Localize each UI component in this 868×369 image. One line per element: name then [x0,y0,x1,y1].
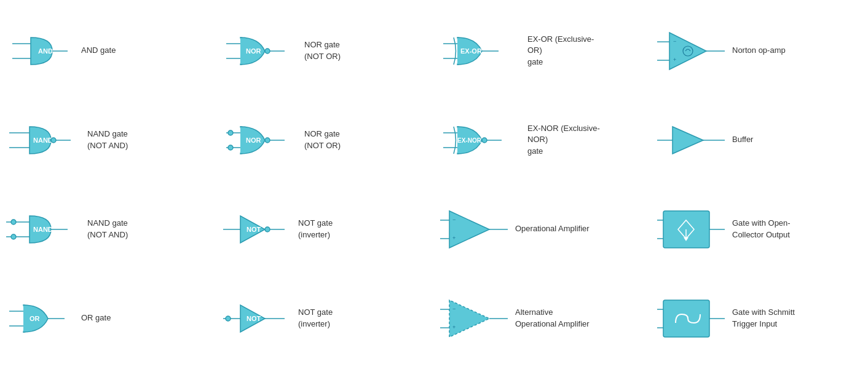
svg-text:NAND: NAND [33,137,53,144]
cell-not-gate-2: NOT NOT gate(inverter) [217,274,434,363]
svg-point-40 [11,220,16,224]
svg-text:NOT: NOT [247,226,261,233]
opamp-symbol: − + [440,208,508,251]
not-gate-2-label: NOT gate(inverter) [298,307,333,329]
cell-or-gate: OR OR gate [0,274,217,363]
svg-text:+: + [452,235,456,241]
not-gate-1-symbol: NOT [223,211,291,248]
nand-gate-1-symbol: NAND [6,122,80,159]
svg-point-68 [226,316,231,321]
cell-alt-opamp: − + AlternativeOperational Amplifier [434,274,651,363]
norton-opamp-symbol: − + [657,30,725,73]
cell-ex-nor-gate: EX-NOR EX-NOR (Exclusive-NOR)gate [434,95,651,184]
not-gate-1-label: NOT gate(inverter) [298,218,333,240]
cell-opamp: − + Operational Amplifier [434,184,651,274]
and-gate-label: AND gate [81,45,116,56]
cell-buffer: Buffer [651,95,868,184]
svg-point-24 [228,130,233,135]
ex-nor-gate-symbol: EX-NOR [440,122,520,159]
svg-point-7 [265,49,270,54]
opamp-label: Operational Amplifier [515,223,590,234]
svg-point-31 [265,138,270,143]
ex-nor-gate-label: EX-NOR (Exclusive-NOR)gate [527,123,607,157]
svg-text:NAND: NAND [33,226,53,233]
svg-text:−: − [452,216,456,223]
svg-text:AND: AND [38,47,53,55]
schmitt-symbol [657,297,725,340]
open-collector-symbol [657,208,725,251]
main-grid: AND AND gate NOR NOR gate(NOT OR) [0,0,868,369]
svg-text:+: + [452,324,456,330]
svg-text:−: − [452,306,456,312]
svg-point-43 [11,234,16,239]
and-gate-symbol: AND [6,33,74,69]
nor-gate-1-label: NOR gate(NOT OR) [304,39,341,62]
cell-nand-gate-1: NAND NAND gate(NOT AND) [0,95,217,184]
svg-point-36 [482,138,487,143]
cell-nor-gate-1: NOR NOR gate(NOT OR) [217,6,434,95]
svg-text:EX-OR: EX-OR [460,47,482,55]
or-gate-label: OR gate [81,312,111,323]
svg-rect-78 [663,300,709,337]
not-gate-2-symbol: NOT [223,300,291,337]
nor-gate-2-symbol: NOR [223,122,297,159]
alt-opamp-symbol: − + [440,297,508,340]
nand-gate-1-label: NAND gate(NOT AND) [87,129,128,151]
buffer-symbol [657,122,725,159]
svg-text:EX-NOR: EX-NOR [457,137,482,144]
cell-nand-gate-2: NAND NAND gate(NOT AND) [0,184,217,274]
svg-text:−: − [673,38,676,44]
svg-point-27 [228,145,233,150]
alt-opamp-label: AlternativeOperational Amplifier [515,307,590,329]
nor-gate-2-label: NOR gate(NOT OR) [304,129,341,151]
ex-or-gate-label: EX-OR (Exclusive-OR)gate [527,34,607,68]
svg-point-50 [265,227,270,232]
open-collector-label: Gate with Open-Collector Output [732,218,791,240]
svg-text:NOR: NOR [246,47,261,55]
cell-nor-gate-2: NOR NOR gate(NOT OR) [217,95,434,184]
svg-text:NOT: NOT [247,315,261,322]
norton-opamp-label: Norton op-amp [732,45,786,56]
cell-and-gate: AND AND gate [0,6,217,95]
nand-gate-2-label: NAND gate(NOT AND) [87,218,128,240]
cell-schmitt: Gate with SchmittTrigger Input [651,274,868,363]
cell-not-gate-1: NOT NOT gate(inverter) [217,184,434,274]
buffer-label: Buffer [732,134,753,145]
svg-text:NOR: NOR [246,137,261,144]
nor-gate-1-symbol: NOR [223,33,297,69]
nand-gate-2-symbol: NAND [6,211,80,248]
or-gate-symbol: OR [6,300,74,337]
svg-point-22 [51,138,56,143]
svg-text:OR: OR [30,315,40,322]
schmitt-label: Gate with SchmittTrigger Input [732,307,795,329]
cell-open-collector: Gate with Open-Collector Output [651,184,868,274]
cell-ex-or-gate: EX-OR EX-OR (Exclusive-OR)gate [434,6,651,95]
svg-text:+: + [673,57,676,63]
cell-norton-opamp: − + Norton op-amp [651,6,868,95]
ex-or-gate-symbol: EX-OR [440,33,520,69]
